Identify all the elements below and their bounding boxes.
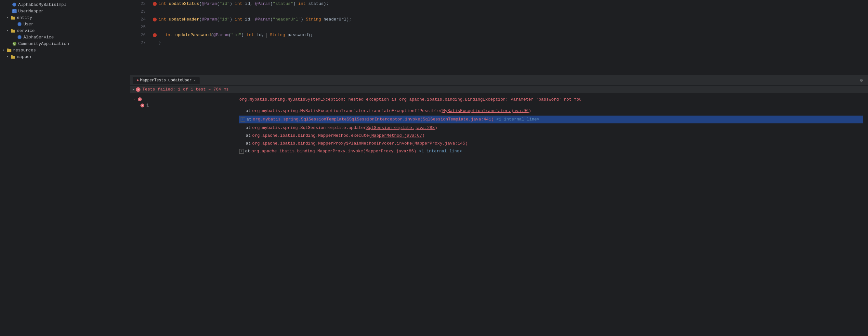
internal-line-label-6: <1 internal line> <box>416 148 462 155</box>
stack-class-6: org.apache.ibatis.binding.MapperProxy.in… <box>252 148 366 155</box>
code-editor: 22 23 24 25 26 27 int updateStatus(@Para… <box>130 0 868 75</box>
breakpoint-25 <box>152 25 157 30</box>
collapse-arrow[interactable]: ▶ <box>133 88 134 91</box>
sidebar-label: service <box>17 28 35 33</box>
breakpoint-26 <box>152 33 157 38</box>
sidebar-item-entity[interactable]: ▾ entity <box>0 14 130 21</box>
folder-icon <box>10 15 16 20</box>
expand-button-6[interactable]: + <box>239 149 244 154</box>
stack-line-5: at org.apache.ibatis.binding.MapperProxy… <box>239 140 863 147</box>
sidebar-item-user[interactable]: User <box>0 21 130 27</box>
stack-class-3: org.mybatis.spring.SqlSessionTemplate.up… <box>252 124 366 132</box>
stack-link-6[interactable]: MapperProxy.java:86 <box>366 148 414 155</box>
gear-icon[interactable]: ⚙ <box>860 78 865 83</box>
stack-class-4: org.apache.ibatis.binding.MapperMethod.e… <box>252 132 372 139</box>
bottom-panel: ● MapperTests.updateUser ✕ ⚙ ▶ ✕ Tests f… <box>130 75 868 264</box>
stack-at: at <box>245 148 250 155</box>
sidebar-item-alphadaomybatisimpl[interactable]: AlphaDaoMyBatisImpl <box>0 1 130 8</box>
tab-label: MapperTests.updateUser <box>140 78 191 83</box>
stack-indent: at <box>239 132 251 139</box>
stack-line-2-highlighted[interactable]: + at org.mybatis.spring.SqlSessionTempla… <box>239 116 863 123</box>
test-status: ✕ Tests failed: 1 of 1 test – 764 ms <box>136 87 228 92</box>
stack-at: at <box>246 116 252 123</box>
sidebar-item-usermapper[interactable]: I UserMapper <box>0 8 130 14</box>
tab-mappertests-updateuser[interactable]: ● MapperTests.updateUser ✕ <box>133 77 199 84</box>
chevron-down-icon: ▾ <box>134 98 137 101</box>
chevron-right-icon: ▾ <box>6 55 10 58</box>
stack-link-2[interactable]: SqlSessionTemplate.java:441 <box>423 116 491 123</box>
error-text: org.mybatis.spring.MyBatisSystemExceptio… <box>239 97 582 102</box>
chevron-down-icon: ▾ <box>3 49 6 52</box>
stack-line-3: at org.mybatis.spring.SqlSessionTemplate… <box>239 124 863 132</box>
sidebar-item-mapper[interactable]: ▾ mapper <box>0 53 130 60</box>
internal-line-label: <1 internal line> <box>494 116 539 123</box>
code-line-22: int updateStatus(@Param("id") int id, @P… <box>152 0 868 8</box>
error-circle-icon: ✕ <box>136 87 141 92</box>
breakpoint-27 <box>152 40 157 46</box>
breakpoint-22 <box>152 1 157 6</box>
code-line-25 <box>152 23 868 31</box>
error-dot-icon: ✕ <box>141 104 144 107</box>
stack-indent: at <box>239 107 251 115</box>
bottom-tabs: ● MapperTests.updateUser ✕ ⚙ <box>130 75 868 86</box>
sidebar-label: UserMapper <box>18 9 43 14</box>
code-line-26: int updatePassword(@Param("id") int id, … <box>152 31 868 39</box>
resources-folder-icon <box>6 48 12 53</box>
sidebar-label: resources <box>13 48 36 53</box>
stack-line-6: + at org.apache.ibatis.binding.MapperPro… <box>239 147 863 155</box>
test-header: ▶ ✕ Tests failed: 1 of 1 test – 764 ms <box>130 86 868 93</box>
sidebar: AlphaDaoMyBatisImpl I UserMapper ▾ entit… <box>0 0 130 336</box>
chevron-down-icon: ▾ <box>6 29 10 32</box>
stack-class-2: org.mybatis.spring.SqlSessionTemplate$Sq… <box>253 116 423 123</box>
sidebar-label: User <box>23 22 33 27</box>
java-file-icon <box>12 2 17 7</box>
stack-class-5: org.apache.ibatis.binding.MapperProxy$Pl… <box>252 140 414 147</box>
folder-icon <box>10 54 16 59</box>
stack-class-1: org.mybatis.spring.MyBatisExceptionTrans… <box>252 107 442 115</box>
stack-indent: at <box>239 140 251 147</box>
chevron-down-icon: ▾ <box>6 16 10 19</box>
folder-icon <box>10 28 16 33</box>
error-output-panel[interactable]: org.mybatis.spring.MyBatisSystemExceptio… <box>234 93 868 264</box>
expand-button[interactable]: + <box>241 117 245 122</box>
main-container: AlphaDaoMyBatisImpl I UserMapper ▾ entit… <box>0 0 868 336</box>
spring-boot-icon: ⚙ <box>12 41 17 46</box>
stack-link-1[interactable]: MyBatisExceptionTranslator.java:96 <box>442 107 529 115</box>
sidebar-item-communityapplication[interactable]: ⚙ CommunityApplication <box>0 40 130 47</box>
java-file-icon <box>17 22 22 27</box>
test-tree-panel: ▾ ✕ 1 ✕ 1 <box>130 93 234 264</box>
test-status-text: Tests failed: 1 of 1 test – 764 ms <box>143 87 228 92</box>
sidebar-label: AlphaService <box>23 35 54 40</box>
svg-text:⚙: ⚙ <box>13 42 16 46</box>
code-line-27: } <box>152 39 868 47</box>
stack-link-5[interactable]: MapperProxy.java:145 <box>414 140 465 147</box>
svg-text:I: I <box>13 10 14 13</box>
stack-link-4[interactable]: MapperMethod.java:67 <box>371 132 422 139</box>
test-results: ▶ ✕ Tests failed: 1 of 1 test – 764 ms ▾… <box>130 86 868 264</box>
error-dot-icon: ✕ <box>138 97 142 101</box>
code-area[interactable]: int updateStatus(@Param("id") int id, @P… <box>150 0 868 75</box>
sidebar-label: CommunityApplication <box>18 41 69 46</box>
sidebar-label: mapper <box>17 54 32 59</box>
tree-number-1: 1 <box>144 97 146 102</box>
sidebar-label: entity <box>17 15 32 20</box>
code-line-24: int updateHeader(@Param("id") int id, @P… <box>152 16 868 23</box>
test-tree-item-1[interactable]: ▾ ✕ 1 <box>133 96 231 102</box>
code-line-23 <box>152 8 868 16</box>
sidebar-label: AlphaDaoMyBatisImpl <box>18 2 66 7</box>
stack-indent: at <box>239 124 251 132</box>
tab-close-button[interactable]: ✕ <box>194 79 196 82</box>
line-numbers: 22 23 24 25 26 27 <box>130 0 150 75</box>
breakpoint-24 <box>152 17 157 22</box>
sidebar-item-alphaservice[interactable]: AlphaService <box>0 34 130 40</box>
interface-file-icon: I <box>12 8 17 14</box>
sidebar-item-service[interactable]: ▾ service <box>0 27 130 34</box>
stack-line-1: at org.mybatis.spring.MyBatisExceptionTr… <box>239 107 863 115</box>
test-tree-item-1-1[interactable]: ✕ 1 <box>133 102 231 108</box>
sidebar-item-resources[interactable]: ▾ resources <box>0 47 130 53</box>
stack-line-4: at org.apache.ibatis.binding.MapperMetho… <box>239 132 863 140</box>
tab-error-icon: ● <box>136 78 139 83</box>
test-results-body: ▾ ✕ 1 ✕ 1 org.mybatis.spring.MyBatisSyst… <box>130 93 868 264</box>
java-file-icon <box>17 34 22 40</box>
stack-link-3[interactable]: SqlSessionTemplate.java:288 <box>366 124 435 132</box>
